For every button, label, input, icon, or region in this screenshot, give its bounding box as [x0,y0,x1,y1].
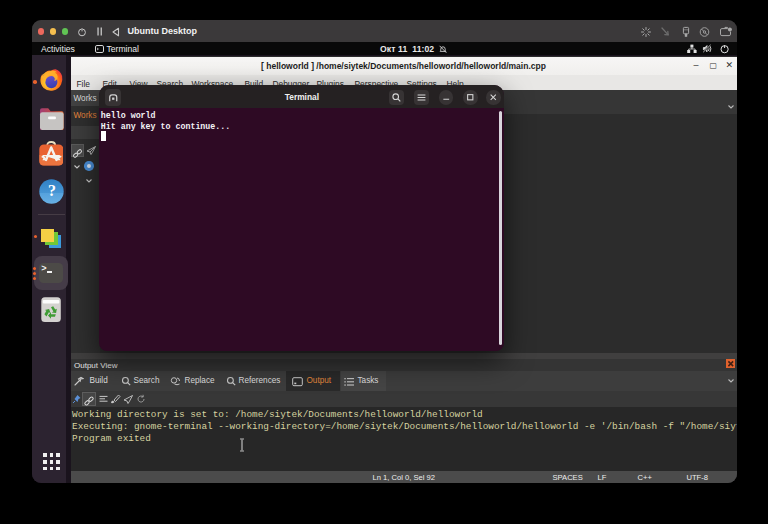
svg-text:?: ? [48,182,56,199]
